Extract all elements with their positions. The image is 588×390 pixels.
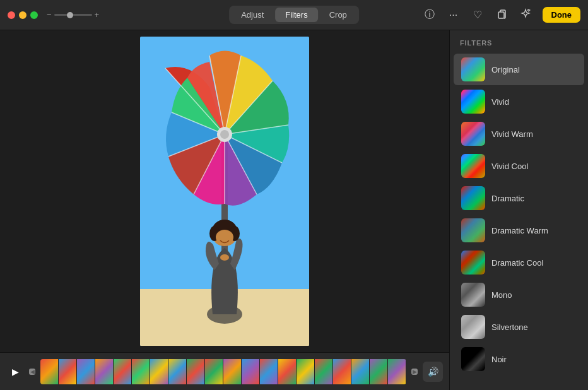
timeline-frame xyxy=(297,359,315,384)
minimize-button[interactable] xyxy=(19,11,26,19)
titlebar: − + Adjust Filters Crop ⓘ ··· ♡ Done xyxy=(0,0,588,30)
timeline-frame xyxy=(388,359,406,384)
timeline-frame xyxy=(150,359,168,384)
slider-thumb[interactable] xyxy=(67,12,73,18)
filter-thumb-dramatic-cool xyxy=(461,251,485,275)
filter-name-dramatic-warm: Dramatic Warm xyxy=(491,226,548,235)
filter-thumb-vivid-warm xyxy=(461,122,485,146)
filter-item-vivid-warm[interactable]: Vivid Warm xyxy=(454,118,584,150)
timeline-frame xyxy=(114,359,132,384)
timeline-frame xyxy=(40,359,59,384)
timeline-frame xyxy=(223,359,242,384)
tab-crop[interactable]: Crop xyxy=(319,8,357,22)
nav-tabs: Adjust Filters Crop xyxy=(229,6,359,24)
timeline-handle-left[interactable]: ◀ xyxy=(29,369,35,375)
filter-list: Original Vivid Vivid Warm Vivid Cool Dra… xyxy=(450,53,588,384)
timeline-frame xyxy=(370,359,388,384)
filter-name-vivid-cool: Vivid Cool xyxy=(491,162,528,171)
filter-item-original[interactable]: Original xyxy=(454,54,584,85)
photo-area: ▶ ◀ xyxy=(0,30,449,390)
filter-name-silvertone: Silvertone xyxy=(491,322,528,332)
filters-sidebar: FILTERS Original Vivid Vivid Warm Vivid … xyxy=(449,30,588,390)
timeline-strip[interactable] xyxy=(40,359,406,384)
filter-name-vivid-warm: Vivid Warm xyxy=(491,129,533,139)
svg-point-17 xyxy=(220,130,229,139)
auto-enhance-icon[interactable] xyxy=(519,8,532,22)
filters-section-title: FILTERS xyxy=(450,39,588,53)
filter-thumb-noir xyxy=(461,347,485,371)
toolbar-icons: ⓘ ··· ♡ Done xyxy=(423,7,581,23)
brightness-slider[interactable]: − + xyxy=(47,10,99,20)
timeline-frame xyxy=(333,359,351,384)
play-button[interactable]: ▶ xyxy=(6,363,24,381)
info-icon[interactable]: ⓘ xyxy=(423,8,437,21)
timeline-frame xyxy=(351,359,370,384)
timeline-frames xyxy=(40,359,406,384)
filter-thumb-mono xyxy=(461,283,485,307)
filter-thumb-silvertone xyxy=(461,315,485,339)
slider-track[interactable] xyxy=(54,14,92,16)
more-icon[interactable]: ··· xyxy=(447,9,461,21)
done-button[interactable]: Done xyxy=(543,7,581,23)
timeline-handle-right[interactable]: ▶ xyxy=(411,369,418,375)
brightness-plus-icon: + xyxy=(95,10,100,20)
timeline-frame xyxy=(242,359,260,384)
filter-name-dramatic-cool: Dramatic Cool xyxy=(491,258,543,268)
timeline-frame xyxy=(132,359,150,384)
filter-name-original: Original xyxy=(491,65,520,74)
tab-adjust[interactable]: Adjust xyxy=(231,8,274,22)
filter-item-dramatic[interactable]: Dramatic xyxy=(454,182,584,214)
timeline-frame xyxy=(187,359,205,384)
tab-filters[interactable]: Filters xyxy=(275,8,317,22)
svg-point-24 xyxy=(220,254,229,261)
traffic-lights xyxy=(8,11,38,19)
filter-item-vivid[interactable]: Vivid xyxy=(454,86,584,117)
filter-thumb-vivid-cool xyxy=(461,154,485,178)
photo-frame xyxy=(140,37,309,346)
timeline-frame xyxy=(315,359,333,384)
timeline-frame xyxy=(59,359,77,384)
timeline-frame xyxy=(260,359,278,384)
filter-thumb-dramatic-warm xyxy=(461,218,485,242)
filter-name-noir: Noir xyxy=(491,355,507,364)
close-button[interactable] xyxy=(8,11,15,19)
volume-button[interactable]: 🔊 xyxy=(423,362,443,382)
favorite-icon[interactable]: ♡ xyxy=(471,9,485,21)
timeline-frame xyxy=(77,359,95,384)
timeline-frame xyxy=(205,359,223,384)
filter-name-vivid: Vivid xyxy=(491,97,509,107)
brightness-minus-icon: − xyxy=(47,10,52,20)
filter-thumb-original xyxy=(461,57,485,81)
timeline-frame xyxy=(278,359,297,384)
photo-container xyxy=(0,30,449,352)
timeline-frame xyxy=(168,359,187,384)
timeline-frame xyxy=(95,359,114,384)
filter-thumb-dramatic xyxy=(461,186,485,210)
filter-item-noir[interactable]: Noir xyxy=(454,343,584,375)
filter-thumb-vivid xyxy=(461,90,485,114)
filter-item-dramatic-warm[interactable]: Dramatic Warm xyxy=(454,215,584,246)
filter-name-dramatic: Dramatic xyxy=(491,194,524,203)
maximize-button[interactable] xyxy=(30,11,38,19)
duplicate-icon[interactable] xyxy=(495,8,509,22)
filter-item-mono[interactable]: Mono xyxy=(454,279,584,310)
filter-item-vivid-cool[interactable]: Vivid Cool xyxy=(454,150,584,182)
filter-item-silvertone[interactable]: Silvertone xyxy=(454,311,584,343)
main-content: ▶ ◀ xyxy=(0,30,588,390)
svg-rect-0 xyxy=(498,12,504,18)
timeline-bar: ▶ ◀ xyxy=(0,352,449,390)
filter-name-mono: Mono xyxy=(491,290,512,300)
filter-item-dramatic-cool[interactable]: Dramatic Cool xyxy=(454,247,584,278)
